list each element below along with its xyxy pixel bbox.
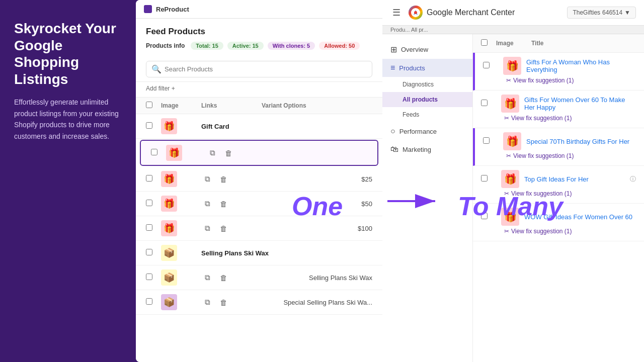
row-checkbox[interactable] xyxy=(146,249,152,255)
row-checkbox[interactable] xyxy=(146,122,152,129)
hamburger-icon[interactable]: ☰ xyxy=(390,5,403,20)
sidebar-item-label: Products xyxy=(399,64,425,72)
sidebar-item-performance[interactable]: ○ Performance xyxy=(382,122,472,140)
copy-icon[interactable]: ⧉ xyxy=(201,173,213,185)
gmc-product-main: 🎁 Top Gift Ideas For Her ⓘ xyxy=(481,170,636,188)
gmc-thumb: 🎁 xyxy=(503,132,521,150)
row-checkbox[interactable] xyxy=(146,200,152,206)
gmc-logo: Google Merchant Center xyxy=(409,6,515,20)
row-checkbox[interactable] xyxy=(483,62,490,68)
sidebar-item-marketing[interactable]: 🛍 Marketing xyxy=(382,140,472,158)
suggestion-label: View fix suggestion (1) xyxy=(513,152,574,159)
gmc-product-row: 🎁 Gifts For A Woman Who Has Everything ✂… xyxy=(473,53,644,90)
table-row: 🎁 ⧉ 🗑 $25 xyxy=(136,167,382,192)
row-checkbox[interactable] xyxy=(151,149,157,155)
row-checkbox[interactable] xyxy=(146,274,152,280)
product-thumb: 🎁 xyxy=(161,171,177,187)
col-image-header: Image xyxy=(496,40,531,47)
row-checkbox[interactable] xyxy=(146,175,152,182)
row-checkbox[interactable] xyxy=(146,298,152,305)
gmc-logo-icon xyxy=(409,6,423,20)
gmc-product-title[interactable]: Special 70Th Birthday Gifts For Her xyxy=(526,138,636,145)
view-suggestion[interactable]: ✂ View fix suggestion (1) xyxy=(481,188,636,199)
table-row: 🎁 ⧉ 🗑 xyxy=(140,140,378,166)
trash-icon[interactable]: 🗑 xyxy=(217,272,229,284)
gmc-thumb: 🎁 xyxy=(501,95,519,113)
reproduct-logo-icon xyxy=(144,5,152,13)
gmc-product-row: 🎁 Gifts For Women Over 60 To Make Her Ha… xyxy=(473,90,644,128)
badge-clones: With clones: 5 xyxy=(268,42,315,50)
gmc-title: Google Merchant Center xyxy=(427,8,515,17)
view-suggestion[interactable]: ✂ View fix suggestion (1) xyxy=(481,113,636,124)
trash-icon[interactable]: 🗑 xyxy=(217,198,229,210)
tab-header: Produ... All pr... xyxy=(382,26,644,34)
gmc-product-main: 🎁 Gifts For A Woman Who Has Everything xyxy=(483,57,636,75)
view-suggestion[interactable]: ✂ View fix suggestion (1) xyxy=(481,226,636,237)
fix-icon: ✂ xyxy=(504,228,509,235)
copy-icon[interactable]: ⧉ xyxy=(201,222,213,234)
col-image-header: Image xyxy=(161,102,201,109)
account-name: TheGifties xyxy=(573,9,600,16)
view-suggestion[interactable]: ✂ View fix suggestion (1) xyxy=(483,150,636,161)
search-bar[interactable]: 🔍 xyxy=(146,61,372,77)
sidebar-subitem-all-products[interactable]: All products xyxy=(382,92,472,107)
product-thumb: 📦 xyxy=(161,269,177,286)
copy-icon[interactable]: ⧉ xyxy=(206,147,218,159)
trash-icon[interactable]: 🗑 xyxy=(217,296,229,308)
suggestion-label: View fix suggestion (1) xyxy=(511,228,572,235)
view-suggestion[interactable]: ✂ View fix suggestion (1) xyxy=(483,75,636,86)
table-header: Image Links Variant Options xyxy=(136,98,382,114)
gmc-product-row: 🎁 Special 70Th Birthday Gifts For Her ✂ … xyxy=(473,128,644,166)
price: $50 xyxy=(361,200,372,208)
overview-icon: ⊞ xyxy=(390,45,397,54)
select-all-checkbox[interactable] xyxy=(481,39,488,46)
product-thumb: 📦 xyxy=(161,245,177,261)
suggestion-label: View fix suggestion (1) xyxy=(511,115,572,122)
reproduct-app-name: ReProduct xyxy=(156,6,189,13)
col-title-header: Title xyxy=(531,40,636,47)
right-panel: ☰ Google Merchant Center TheGifties 6465… xyxy=(382,0,644,362)
trash-icon[interactable]: 🗑 xyxy=(217,222,229,234)
sidebar-item-overview[interactable]: ⊞ Overview xyxy=(382,40,472,59)
gmc-content: Image Title 🎁 Gifts For A Woman Who Has … xyxy=(473,34,644,362)
gmc-product-title[interactable]: WOW Gift Ideas For Women Over 60 xyxy=(524,213,636,221)
add-filter-button[interactable]: Add filter + xyxy=(146,85,175,92)
sidebar-subitem-feeds[interactable]: Feeds xyxy=(382,107,472,122)
row-checkbox[interactable] xyxy=(481,213,488,219)
copy-icon[interactable]: ⧉ xyxy=(201,198,213,210)
sidebar-subitem-label: Diagnostics xyxy=(403,81,434,88)
row-checkbox[interactable] xyxy=(146,224,152,231)
row-checkbox[interactable] xyxy=(483,137,490,144)
products-icon: ≡ xyxy=(390,63,395,72)
gmc-product-row: 🎁 Top Gift Ideas For Her ⓘ ✂ View fix su… xyxy=(473,166,644,204)
main-description: Effortlessly generate unlimited product … xyxy=(14,97,122,142)
select-all-checkbox[interactable] xyxy=(146,102,152,108)
product-thumb: 🎁 xyxy=(166,145,182,161)
table-row: 🎁 ⧉ 🗑 $100 xyxy=(136,216,382,241)
copy-icon[interactable]: ⧉ xyxy=(201,296,213,308)
gmc-product-title[interactable]: Gifts For A Woman Who Has Everything xyxy=(526,58,636,73)
price: $100 xyxy=(358,225,372,232)
account-id: 646514 xyxy=(602,9,622,16)
gmc-product-title[interactable]: Gifts For Women Over 60 To Make Her Happ… xyxy=(524,96,636,111)
gmc-product-title[interactable]: Top Gift Ideas For Her xyxy=(524,175,623,183)
row-checkbox[interactable] xyxy=(481,175,488,182)
search-input[interactable] xyxy=(165,65,367,73)
col-check-header xyxy=(481,39,496,47)
sidebar-item-label: Performance xyxy=(399,128,437,135)
trash-icon[interactable]: 🗑 xyxy=(222,147,234,159)
search-icon: 🔍 xyxy=(151,64,162,74)
fix-icon: ✂ xyxy=(506,77,511,84)
products-info-bar: Products info Total: 15 Active: 15 With … xyxy=(136,42,382,57)
account-selector[interactable]: TheGifties 646514 ▼ xyxy=(567,7,636,19)
trash-icon[interactable]: 🗑 xyxy=(217,173,229,185)
sidebar-subitem-diagnostics[interactable]: Diagnostics xyxy=(382,77,472,92)
copy-icon[interactable]: ⧉ xyxy=(201,272,213,284)
row-checkbox[interactable] xyxy=(481,100,488,106)
price: $25 xyxy=(361,175,372,183)
sidebar-item-products[interactable]: ≡ Products xyxy=(382,59,472,77)
performance-icon: ○ xyxy=(390,127,395,136)
col-links-header: Links xyxy=(201,102,262,109)
badge-allowed: Allowed: 50 xyxy=(319,42,360,50)
chevron-down-icon: ▼ xyxy=(624,9,630,16)
